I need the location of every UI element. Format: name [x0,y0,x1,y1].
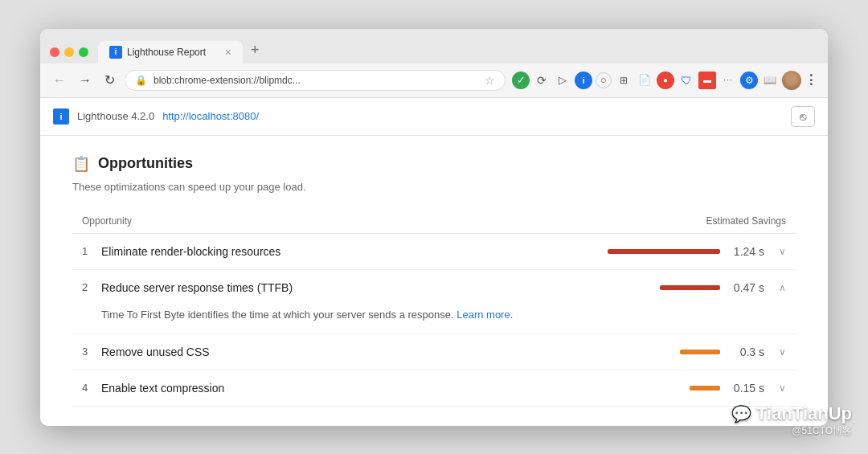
ext-gear[interactable]: ⚙ [740,72,758,89]
ext-shield[interactable]: 🛡 [678,72,695,89]
expand-chevron[interactable]: ∨ [779,246,786,257]
col-header-opportunity: Opportunity [82,215,657,227]
browser-window: i Lighthouse Report × + ← → ↻ 🔒 blob:chr… [40,29,828,426]
section-title: Opportunities [98,155,193,172]
opportunity-row-4: 4 Enable text compression 0.15 s ∨ [72,370,796,407]
row-label: Reduce server response times (TTFB) [101,281,609,294]
savings-bar [690,386,720,391]
ext-bar[interactable]: ▬ [698,72,716,89]
url-text: blob:chrome-extension://blipmdc... [154,75,478,86]
section-icon: 📋 [72,155,90,173]
row-bar-area: 0.15 s ∨ [609,382,786,395]
lighthouse-version: Lighthouse 4.2.0 [77,110,154,122]
address-bar[interactable]: 🔒 blob:chrome-extension://blipmdc... ☆ [125,70,506,91]
profile-avatar[interactable] [782,71,801,90]
traffic-lights [50,47,88,63]
expand-chevron[interactable]: ∧ [779,282,786,293]
col-header-savings: Estimated Savings [657,215,786,227]
row-bar-area: 0.3 s ∨ [609,346,786,358]
row-number: 3 [82,346,101,358]
row-number: 4 [82,382,101,394]
ext-dots[interactable]: ··· [719,72,737,89]
ext-doc[interactable]: 📄 [636,72,653,89]
opportunity-row-1: 1 Eliminate render-blocking resources 1.… [72,234,796,270]
savings-value: 0.47 s [728,281,764,294]
active-tab[interactable]: i Lighthouse Report × [98,41,243,63]
bookmark-icon[interactable]: ☆ [485,74,495,87]
lighthouse-bar: i Lighthouse 4.2.0 http://localhost:8080… [40,98,828,136]
ext-refresh[interactable]: ⟳ [533,72,551,89]
expand-chevron[interactable]: ∨ [779,346,786,358]
opportunity-row-2: 2 Reduce server response times (TTFB) 0.… [72,270,796,305]
back-button[interactable]: ← [50,72,69,89]
watermark: 💬 TianTianUp @51CTO博客 [731,403,852,438]
opportunities-list: 1 Eliminate render-blocking resources 1.… [72,234,796,407]
main-content: 📋 Opportunities These optimizations can … [40,136,828,426]
table-header: Opportunity Estimated Savings [72,209,796,234]
share-button[interactable]: ⎋ [791,106,815,127]
savings-bar [660,285,720,290]
savings-value: 0.3 s [728,346,764,358]
ext-grid[interactable]: ⊞ [615,72,633,89]
ext-checkmark[interactable]: ✓ [512,72,530,89]
watermark-name: TianTianUp [756,403,852,424]
savings-value: 1.24 s [728,245,764,258]
toolbar-extensions: ✓ ⟳ ▷ i ○ ⊞ 📄 ● 🛡 ▬ ··· ⚙ 📖 ⋮ [512,71,818,90]
row-bar-area: 1.24 s ∨ [608,245,786,258]
row-label: Eliminate render-blocking resources [101,245,608,258]
tab-favicon: i [109,46,122,59]
ext-red[interactable]: ● [657,72,674,89]
ext-book[interactable]: 📖 [761,72,779,89]
savings-bar [680,350,720,354]
tab-title: Lighthouse Report [127,47,206,58]
watermark-icon: 💬 [731,404,751,423]
lock-icon: 🔒 [135,75,147,86]
traffic-light-yellow[interactable] [64,47,74,57]
row-bar-area: 0.47 s ∧ [609,281,786,294]
more-menu-button[interactable]: ⋮ [805,72,818,88]
forward-button[interactable]: → [76,72,95,89]
traffic-light-green[interactable] [79,47,88,57]
expand-chevron[interactable]: ∨ [779,382,786,394]
new-tab-button[interactable]: + [243,37,268,63]
opportunity-row-3: 3 Remove unused CSS 0.3 s ∨ [72,334,796,370]
browser-toolbar: ← → ↻ 🔒 blob:chrome-extension://blipmdc.… [40,63,828,98]
lighthouse-icon: i [53,108,69,125]
watermark-sub: @51CTO博客 [792,424,852,438]
tab-close-button[interactable]: × [225,46,231,59]
row-label: Remove unused CSS [101,346,609,358]
row-number: 2 [82,281,101,293]
learn-more-link[interactable]: Learn more [457,309,510,321]
traffic-light-red[interactable] [50,47,59,57]
savings-value: 0.15 s [728,382,764,395]
ext-lighthouse[interactable]: i [575,72,592,89]
section-subtitle: These optimizations can speed up your pa… [72,181,796,193]
section-header: 📋 Opportunities [72,155,796,173]
row-detail-2: Time To First Byte identifies the time a… [72,305,796,334]
ext-cast[interactable]: ▷ [554,72,571,89]
reload-button[interactable]: ↻ [101,71,118,89]
savings-bar [608,249,720,254]
ext-circle[interactable]: ○ [596,72,612,88]
row-number: 1 [82,245,101,257]
row-label: Enable text compression [101,382,609,395]
title-bar: i Lighthouse Report × + [40,29,828,63]
lighthouse-url-link[interactable]: http://localhost:8080/ [162,110,259,122]
